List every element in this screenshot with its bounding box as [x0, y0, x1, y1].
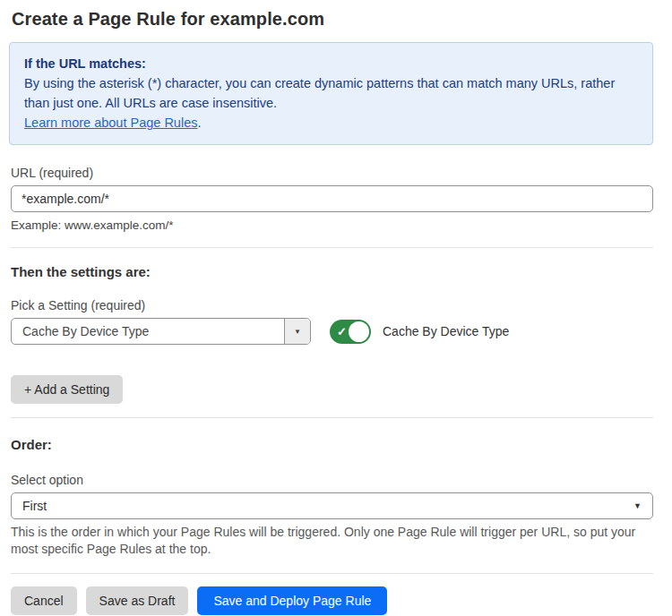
page-title: Create a Page Rule for example.com	[12, 9, 653, 30]
order-section-heading: Order:	[11, 437, 653, 452]
setting-toggle[interactable]: ✓	[330, 320, 371, 344]
check-icon: ✓	[337, 326, 347, 338]
info-box-heading: If the URL matches:	[24, 54, 638, 73]
cancel-button[interactable]: Cancel	[11, 586, 77, 615]
setting-select[interactable]: Cache By Device Type ▼	[11, 318, 311, 345]
footer-actions: Cancel Save as Draft Save and Deploy Pag…	[11, 586, 653, 615]
save-as-draft-button[interactable]: Save as Draft	[86, 586, 189, 615]
divider	[11, 247, 653, 248]
divider	[11, 573, 653, 574]
chevron-down-icon: ▼	[633, 501, 642, 510]
setting-row: Cache By Device Type ▼ ✓ Cache By Device…	[11, 318, 653, 345]
add-setting-button[interactable]: + Add a Setting	[11, 375, 123, 404]
url-field-hint: Example: www.example.com/*	[11, 218, 653, 232]
divider	[11, 417, 653, 418]
setting-select-value: Cache By Device Type	[12, 324, 284, 338]
link-suffix: .	[197, 116, 201, 130]
save-and-deploy-button[interactable]: Save and Deploy Page Rule	[197, 586, 387, 615]
setting-picker-label: Pick a Setting (required)	[11, 298, 653, 312]
setting-toggle-label: Cache By Device Type	[383, 324, 509, 338]
url-match-info-box: If the URL matches: By using the asteris…	[9, 42, 653, 145]
chevron-down-icon: ▼	[294, 328, 301, 336]
settings-section-heading: Then the settings are:	[11, 264, 653, 279]
create-page-rule-form: Create a Page Rule for example.com If th…	[0, 0, 672, 615]
order-select-label: Select option	[11, 473, 653, 487]
info-box-link-line: Learn more about Page Rules.	[24, 113, 638, 133]
toggle-knob	[349, 321, 369, 342]
learn-more-link[interactable]: Learn more about Page Rules	[24, 116, 197, 130]
order-help-text: This is the order in which your Page Rul…	[11, 524, 652, 558]
order-select-value: First	[22, 499, 47, 513]
url-field-label: URL (required)	[11, 166, 653, 180]
url-input[interactable]	[11, 185, 653, 212]
order-select[interactable]: First ▼	[11, 492, 653, 519]
setting-select-arrow-button[interactable]: ▼	[284, 319, 310, 344]
info-box-body: By using the asterisk (*) character, you…	[24, 73, 638, 113]
